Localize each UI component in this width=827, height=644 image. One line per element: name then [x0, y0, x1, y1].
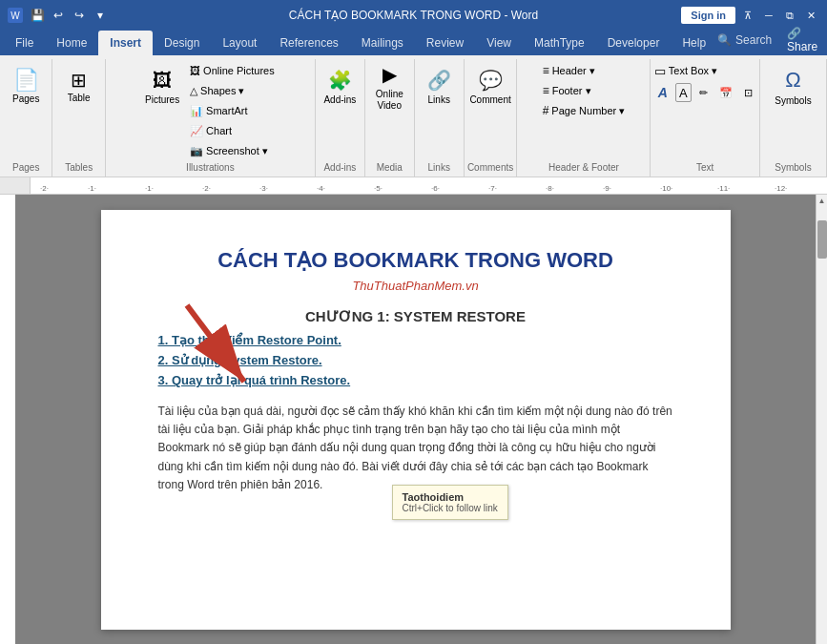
tab-mathtype[interactable]: MathType: [523, 31, 596, 55]
online-video-label: OnlineVideo: [376, 89, 403, 112]
online-video-icon: ▶: [382, 63, 397, 86]
svg-text:·9·: ·9·: [603, 184, 611, 193]
redo-qat-button[interactable]: ↪: [71, 7, 88, 24]
screenshot-label: Screenshot ▾: [206, 145, 268, 157]
page-number-button[interactable]: # Page Number ▾: [539, 101, 630, 120]
tab-mailings[interactable]: Mailings: [350, 31, 415, 55]
ribbon-group-tables: ⊞ Table Tables: [52, 59, 105, 177]
doc-link-3[interactable]: 3. Quay trở lại quá trình Restore.: [158, 373, 673, 387]
section-title: CHƯƠNG 1: SYSTEM RESTORE: [158, 308, 673, 325]
undo-qat-button[interactable]: ↩: [50, 7, 67, 24]
sign-in-button[interactable]: Sign in: [681, 7, 735, 24]
chart-icon: 📈: [190, 125, 203, 137]
doc-link-2[interactable]: 2. Sử dụng System Restore.: [158, 353, 673, 367]
symbols-icon: Ω: [785, 68, 800, 93]
dropcap-button[interactable]: A: [675, 83, 692, 102]
share-button[interactable]: 🔗 Share: [787, 27, 823, 53]
vertical-ruler: [0, 195, 15, 644]
doc-link-1[interactable]: 1. Tạo thời điểm Restore Point.: [158, 333, 673, 347]
vertical-scrollbar[interactable]: ▲: [816, 195, 827, 644]
restore-button[interactable]: ⧉: [781, 7, 798, 24]
title-bar: W 💾 ↩ ↪ ▾ CÁCH TẠO BOOKMARK TRONG WORD -…: [0, 0, 827, 31]
textbox-button[interactable]: ▭ Text Box ▾: [651, 61, 721, 80]
addins-group-label: Add-ins: [323, 162, 356, 173]
pages-button[interactable]: 📄 Pages: [3, 59, 49, 114]
object-button[interactable]: ⊡: [740, 83, 756, 102]
online-video-button[interactable]: ▶ OnlineVideo: [368, 59, 410, 114]
footer-label: Footer ▾: [552, 85, 591, 97]
tab-review[interactable]: Review: [415, 31, 475, 55]
ribbon-group-media: ▶ OnlineVideo Media: [365, 59, 415, 177]
tab-layout[interactable]: Layout: [211, 31, 268, 55]
title-bar-left: W 💾 ↩ ↪ ▾: [8, 7, 109, 24]
tab-insert[interactable]: Insert: [98, 31, 153, 55]
ribbon-collapse-button[interactable]: ⊼: [739, 7, 756, 24]
scroll-thumb[interactable]: [817, 220, 827, 259]
svg-text:·1·: ·1·: [145, 184, 154, 193]
ribbon-group-text: ▭ Text Box ▾ A A ✏ 📅 ⊡ Text: [651, 59, 760, 177]
minimize-button[interactable]: ─: [760, 7, 777, 24]
document-area: CÁCH TẠO BOOKMARK TRONG WORD ThuThuatPha…: [15, 195, 816, 644]
svg-text:·3·: ·3·: [259, 184, 268, 193]
tab-file[interactable]: File: [4, 31, 45, 55]
window-controls: Sign in ⊼ ─ ⧉ ✕: [681, 7, 819, 24]
links-group-label: Links: [428, 162, 450, 173]
tab-developer[interactable]: Developer: [596, 31, 672, 55]
quick-access-toolbar: 💾 ↩ ↪ ▾: [29, 7, 109, 24]
footer-button[interactable]: ≡ Footer ▾: [539, 81, 595, 100]
ribbon-group-header-footer: ≡ Header ▾ ≡ Footer ▾ # Page Number ▾ He…: [517, 59, 651, 177]
table-button[interactable]: ⊞ Table: [56, 59, 102, 114]
pictures-icon: 🖼: [153, 70, 172, 92]
ruler-corner: [0, 177, 31, 195]
customize-qat-button[interactable]: ▾: [92, 7, 109, 24]
links-label: Links: [428, 94, 450, 105]
scroll-up-button[interactable]: ▲: [818, 195, 826, 207]
comment-label: Comment: [469, 94, 510, 105]
word-app-icon: W: [8, 8, 23, 23]
screenshot-button[interactable]: 📷 Screenshot ▾: [186, 141, 279, 160]
save-qat-button[interactable]: 💾: [29, 7, 46, 24]
online-pictures-button[interactable]: 🖼 Online Pictures: [186, 61, 279, 80]
pages-group-label: Pages: [12, 162, 39, 173]
close-button[interactable]: ✕: [802, 7, 819, 24]
window-title: CÁCH TẠO BOOKMARK TRONG WORD - Word: [289, 9, 538, 22]
tables-group-label: Tables: [65, 162, 93, 173]
tab-view[interactable]: View: [475, 31, 523, 55]
addins-label: Add-ins: [323, 94, 356, 105]
ribbon-tab-bar: File Home Insert Design Layout Reference…: [0, 31, 827, 55]
header-label: Header ▾: [552, 65, 595, 77]
svg-text:·1·: ·1·: [88, 184, 96, 193]
pictures-label: Pictures: [145, 94, 179, 105]
shapes-icon: △: [190, 85, 197, 97]
shapes-label: Shapes ▾: [200, 85, 244, 97]
smartart-button[interactable]: 📊 SmartArt: [186, 101, 279, 120]
svg-text:·4·: ·4·: [317, 184, 325, 193]
signature-button[interactable]: ✏: [695, 83, 712, 102]
links-button[interactable]: 🔗 Links: [418, 59, 460, 114]
smartart-label: SmartArt: [206, 105, 247, 116]
wordart-button[interactable]: A: [654, 83, 672, 102]
tooltip-name: Taothoidiem: [403, 491, 498, 503]
page-number-icon: #: [543, 104, 549, 117]
comment-button[interactable]: 💬 Comment: [467, 59, 513, 114]
chart-button[interactable]: 📈 Chart: [186, 121, 279, 140]
symbols-button[interactable]: Ω Symbols: [769, 59, 818, 114]
header-button[interactable]: ≡ Header ▾: [539, 61, 599, 80]
addins-button[interactable]: 🧩 Add-ins: [319, 59, 361, 114]
ruler-container: ·2· ·1· ·1· ·2· ·3· ·4· ·5· ·6· ·7· ·8· …: [0, 177, 827, 195]
ribbon: 📄 Pages Pages ⊞ Table Tables 🖼 Pictures …: [0, 55, 827, 177]
tab-home[interactable]: Home: [45, 31, 98, 55]
pictures-button[interactable]: 🖼 Pictures: [142, 59, 182, 114]
tab-references[interactable]: References: [268, 31, 349, 55]
svg-text:·10·: ·10·: [660, 184, 672, 193]
date-button[interactable]: 📅: [715, 83, 736, 102]
tab-design[interactable]: Design: [153, 31, 211, 55]
hyperlink-tooltip: Taothoidiem Ctrl+Click to follow link: [392, 485, 508, 520]
shapes-button[interactable]: △ Shapes ▾: [186, 81, 279, 100]
tab-help[interactable]: Help: [671, 31, 717, 55]
svg-text:·11·: ·11·: [717, 184, 730, 193]
svg-text:·2·: ·2·: [40, 184, 49, 193]
search-label: Search: [735, 33, 772, 47]
illustrations-group-label: Illustrations: [186, 162, 235, 173]
main-content-area: CÁCH TẠO BOOKMARK TRONG WORD ThuThuatPha…: [0, 195, 827, 644]
